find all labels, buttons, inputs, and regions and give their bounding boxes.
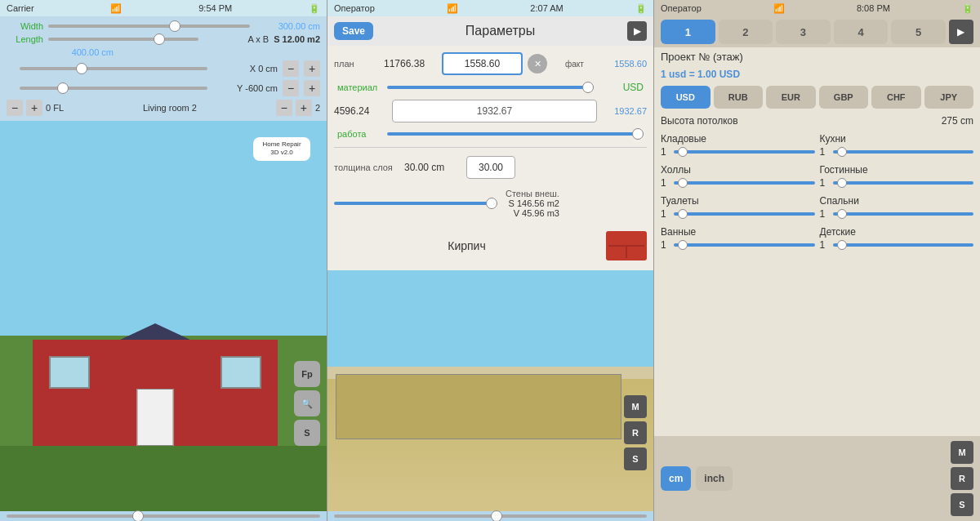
play-tab-3[interactable]: ▶ <box>949 20 973 44</box>
currency-usd[interactable]: USD <box>661 86 710 109</box>
y-row: Y -600 cm − + <box>7 80 320 96</box>
tab-5[interactable]: 5 <box>891 20 946 44</box>
currency-eur[interactable]: EUR <box>766 86 816 109</box>
grass <box>0 446 327 511</box>
walls-slider[interactable] <box>334 202 497 205</box>
room-slider-kitchens[interactable] <box>833 150 974 154</box>
room-slider-bathrooms[interactable] <box>674 243 815 247</box>
side-btns-3: M R S <box>951 441 973 516</box>
y-slider[interactable] <box>20 87 207 90</box>
currency-chf[interactable]: CHF <box>871 86 921 109</box>
divider-1 <box>334 147 647 148</box>
thick-input[interactable]: 30.00 <box>466 156 515 179</box>
logo-line2: 3D v2.0 <box>270 149 293 156</box>
room-minus-btn[interactable]: − <box>276 100 292 116</box>
room-count-bedrooms: 1 <box>820 208 830 220</box>
room-bedrooms: Спальни 1 <box>820 195 974 220</box>
room-slider-living[interactable] <box>833 181 974 185</box>
work-slider[interactable] <box>387 132 644 136</box>
room-slider-toilets[interactable] <box>674 212 815 216</box>
rooms-grid: Кладовые 1 Холлы 1 Туалеты <box>654 130 980 436</box>
panel-home-3d: Carrier 📶 9:54 PM 🔋 Width 300.00 cm Leng… <box>0 0 327 521</box>
room-holly: Холлы 1 <box>661 164 815 189</box>
x-slider[interactable] <box>20 67 207 70</box>
room-slider-kladovye[interactable] <box>674 150 815 154</box>
work-slider-thumb <box>632 128 644 140</box>
side-btns-1: Fp 🔍 S <box>294 361 320 446</box>
tabs-row: 1 2 3 4 5 ▶ <box>654 16 980 47</box>
unit-cm-btn[interactable]: cm <box>661 466 691 491</box>
mat-slider-thumb <box>582 82 594 93</box>
params-body: план 11766.38 1558.60 ✕ факт 1558.60 мат… <box>327 46 653 270</box>
s-button-3[interactable]: S <box>951 493 973 516</box>
fl-minus-btn[interactable]: − <box>7 100 23 116</box>
x-minus-btn[interactable]: − <box>283 60 299 77</box>
s-button-2[interactable]: S <box>624 448 647 470</box>
currency-gbp[interactable]: GBP <box>819 86 869 109</box>
wifi-icon-1: 📶 <box>110 3 122 14</box>
fl-row: − + 0 FL Living room 2 − + 2 <box>7 100 320 116</box>
search-button[interactable]: 🔍 <box>294 390 320 416</box>
room-slider-bedrooms[interactable] <box>833 212 974 216</box>
controls-top-1: Width 300.00 cm Length A x B S 12.00 m2 … <box>0 16 327 121</box>
worker-label: работа <box>337 129 382 139</box>
length-slider[interactable] <box>48 38 198 41</box>
bottom-slider-1[interactable] <box>7 514 320 518</box>
y-thumb <box>57 82 69 94</box>
walls-info: Стены внеш. S 146.56 m2 V 45.96 m3 <box>506 189 559 218</box>
room-count-bathrooms: 1 <box>661 239 670 251</box>
mat-label: материал <box>337 82 382 92</box>
status-bar-3: Оператор 📶 8:08 PM 🔋 <box>654 0 980 16</box>
scene-3d-1[interactable]: Home Repair 3D v2.0 Fp 🔍 S <box>0 121 327 511</box>
width-slider[interactable] <box>48 24 250 28</box>
tab-1[interactable]: 1 <box>661 20 715 44</box>
s-button-1[interactable]: S <box>294 420 320 446</box>
play-button-2[interactable]: ▶ <box>627 21 647 41</box>
brick-icon <box>606 231 647 260</box>
r-button-3[interactable]: R <box>951 467 973 490</box>
m-button-2[interactable]: M <box>624 395 647 418</box>
mat-slider[interactable] <box>387 86 594 89</box>
room-ctrl-living: 1 <box>820 177 974 189</box>
fl-plus-btn[interactable]: + <box>26 100 42 116</box>
currency-row: USD RUB EUR GBP CHF JPY <box>654 82 980 112</box>
panel-params: Оператор 📶 2:07 AM 🔋 Save Параметры ▶ пл… <box>327 0 653 521</box>
ceiling-val: 275 cm <box>942 115 973 127</box>
room-ctrl-bedrooms: 1 <box>820 208 974 220</box>
currency-jpy[interactable]: JPY <box>924 86 974 109</box>
save-button[interactable]: Save <box>334 22 373 40</box>
building-2 <box>336 374 621 439</box>
scene-3d-2[interactable]: M R S <box>327 270 653 511</box>
plan-1: 11766.38 <box>384 58 437 69</box>
x-plus-btn[interactable]: + <box>304 60 320 77</box>
bottom-bar-1 <box>0 511 327 521</box>
r-button-2[interactable]: R <box>624 421 647 444</box>
fp-button[interactable]: Fp <box>294 361 320 387</box>
tab-2[interactable]: 2 <box>719 20 773 44</box>
unit-inch-btn[interactable]: inch <box>696 466 733 491</box>
currency-rub[interactable]: RUB <box>714 86 764 109</box>
room-slider-kids[interactable] <box>833 243 974 247</box>
bottom-slider-2[interactable] <box>334 514 647 518</box>
work-slider-row: работа <box>334 129 647 139</box>
room-kladovye: Кладовые 1 <box>661 133 815 158</box>
room-slider-holly[interactable] <box>674 181 815 185</box>
project-label: Проект № (этаж) <box>661 51 743 63</box>
x-thumb <box>76 63 87 74</box>
currency-label: USD <box>599 82 644 93</box>
tab-4[interactable]: 4 <box>834 20 889 44</box>
room-plus-btn[interactable]: + <box>296 100 312 116</box>
y-plus-btn[interactable]: + <box>304 80 320 96</box>
mat-name: Кирпич <box>334 239 599 252</box>
input-field-2[interactable]: 1932.67 <box>392 100 597 122</box>
status-bar-2: Оператор 📶 2:07 AM 🔋 <box>327 0 653 16</box>
input-field-1[interactable]: 1558.60 <box>442 52 523 75</box>
clear-btn-1[interactable]: ✕ <box>528 54 547 73</box>
input-val-1: 1558.60 <box>465 58 500 69</box>
m-button-3[interactable]: M <box>951 441 973 464</box>
s-area: S 12.00 m2 <box>274 34 320 44</box>
battery-icon-3: 🔋 <box>962 3 973 14</box>
room-num: 2 <box>315 103 320 113</box>
tab-3[interactable]: 3 <box>776 20 831 44</box>
y-minus-btn[interactable]: − <box>283 80 299 96</box>
